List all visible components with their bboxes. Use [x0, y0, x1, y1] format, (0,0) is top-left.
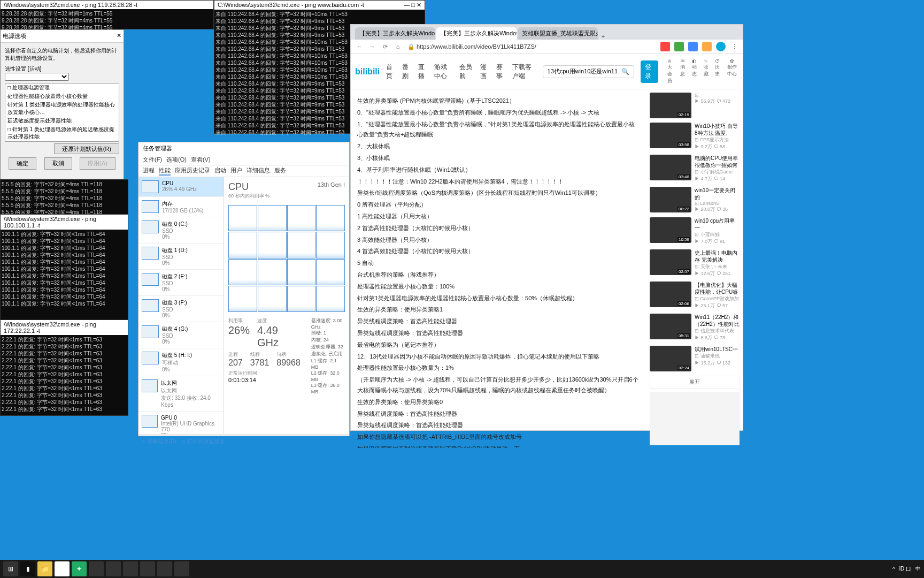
chrome-icon[interactable]: ◉ — [55, 561, 70, 576]
system-tray[interactable]: ^ iD 口 中 — [892, 565, 921, 573]
ext-icon[interactable] — [702, 42, 712, 51]
perf-item[interactable]: 磁盘 4 (G:)SSD 0% — [138, 322, 224, 348]
search-box[interactable]: 🔍 — [543, 65, 634, 78]
nav-game[interactable]: 游戏中心 — [434, 63, 453, 81]
perf-item[interactable]: GPU 0Intel(R) UHD Graphics 770 0% — [138, 412, 224, 434]
app-icon[interactable] — [157, 561, 172, 576]
home-icon[interactable]: ⌂ — [394, 43, 402, 50]
cmd1-title-bar[interactable]: \Windows\system32\cmd.exe - ping 119.28.… — [1, 1, 213, 9]
menu-icon[interactable]: ⋮ — [730, 43, 738, 50]
reload-icon[interactable]: ⟳ — [381, 43, 389, 50]
app-icon[interactable] — [123, 561, 138, 576]
nav-match[interactable]: 赛事 — [496, 63, 506, 81]
search-icon[interactable]: 🔍 — [621, 68, 629, 75]
apply-button[interactable]: 应用(A) — [80, 157, 116, 170]
nav-live[interactable]: 直播 — [418, 63, 428, 81]
app-icon[interactable] — [89, 561, 104, 576]
ext-icon[interactable] — [660, 42, 670, 51]
restore-button[interactable]: 还原计划默认值(R) — [54, 143, 119, 154]
perf-item[interactable]: 磁盘 0 (C:)SSD 0% — [138, 217, 224, 244]
ext-icon[interactable] — [716, 42, 726, 51]
dialog-title-bar[interactable]: 电源选项✕ — [1, 30, 124, 43]
cmd-window-1[interactable]: \Windows\system32\cmd.exe - ping 119.28.… — [0, 0, 214, 29]
rec-item[interactable]: 00:22win10一定要关闭的⊡ Lanson5▶ 20.0万 🗩 36 — [650, 187, 740, 213]
app-icon[interactable] — [106, 561, 121, 576]
menu-file[interactable]: 文件(F) — [143, 156, 162, 164]
cmd-window-4[interactable]: \Windows\system32\cmd.exe - ping 100.100… — [0, 214, 128, 321]
cmd-window-5[interactable]: \Windows\system32\cmd.exe - ping 172.22.… — [0, 320, 128, 416]
rec-item[interactable]: 10:59win10 cpu占用率一⊡ 小蓝白鲸▶ 7.0万 🗩 91 — [650, 217, 740, 245]
fav-icon[interactable]: ☆收藏 — [703, 58, 709, 85]
login-button[interactable]: 登录 — [641, 60, 659, 83]
perf-item[interactable]: 以太网以太网 发送: 32.0 接收: 24.0 Kbps — [138, 376, 224, 412]
taskbar[interactable]: ⊞ ▮ 📁 ◉ ✦ ^ iD 口 中 — [0, 560, 924, 578]
menu-options[interactable]: 选项(O) — [166, 156, 187, 164]
tab-startup[interactable]: 启动 — [214, 166, 226, 176]
fewer-details[interactable]: ⊙ 简略信息(D) — [142, 438, 176, 445]
tab-processes[interactable]: 进程 — [143, 166, 155, 176]
vip-icon[interactable]: ♔大会员 — [665, 58, 674, 85]
open-monitor[interactable]: ⊙ 打开资源监视器 — [182, 438, 225, 445]
plan-select[interactable] — [5, 73, 69, 81]
back-icon[interactable]: ← — [355, 43, 364, 50]
new-tab-button[interactable]: + — [599, 33, 607, 40]
perf-item[interactable]: 内存17/128 GB (13%) — [138, 197, 224, 217]
forward-icon[interactable]: → — [368, 43, 376, 50]
rec-item[interactable]: 02:06【电脑优化】大幅度性能，让CPU睿频⊡ GamePP游戏加加▶ 25.… — [650, 282, 740, 309]
cancel-button[interactable]: 取消 — [44, 157, 72, 170]
window-controls[interactable]: — □ ✕ — [404, 2, 421, 9]
perf-item[interactable]: CPU26% 4.49 GHz — [138, 177, 224, 197]
nav-anime[interactable]: 番剧 — [402, 63, 412, 81]
tab-performance[interactable]: 性能 — [159, 166, 171, 176]
app-icon[interactable] — [174, 561, 189, 576]
tab-users[interactable]: 用户 — [230, 166, 242, 176]
activity-icon[interactable]: ◐动态 — [691, 58, 698, 85]
rec-item[interactable]: 05:31Win11（22H2）和（22H2）性能对比⊡ 信息技术科代表▶ 6.… — [650, 314, 740, 341]
cmd2-title-bar[interactable]: C:\Windows\system32\cmd.exe - ping www.b… — [214, 1, 425, 10]
app-icon[interactable]: ✦ — [72, 561, 87, 576]
perf-item[interactable]: 磁盘 3 (F:)SSD 0% — [138, 296, 224, 322]
taskmgr-title[interactable]: 任务管理器 — [138, 142, 349, 155]
power-options-dialog[interactable]: 电源选项✕ 选择你看自定义的电脑计划，然后选择你用的计算机管理的电源设置。 选性… — [0, 29, 124, 179]
close-icon[interactable]: ✕ — [117, 32, 121, 40]
bilibili-logo[interactable]: bilibili — [355, 67, 380, 77]
tab-history[interactable]: 应用历史记录 — [175, 166, 210, 176]
perf-item[interactable]: 磁盘 1 (D:)SSD 0% — [138, 244, 224, 270]
recommendations: 02:19⊡ ▶ 56.9万 🗩 47203:58Win10小技巧 自导8种方法… — [646, 89, 743, 448]
tab-services[interactable]: 服务 — [274, 166, 286, 176]
tab-0[interactable]: 【完美】三步永久解决Window✕ — [355, 27, 435, 40]
nav-home[interactable]: 首页 — [386, 63, 396, 81]
create-icon[interactable]: ✿创作中心 — [726, 58, 738, 85]
tab-2[interactable]: 英雄联盟直播_英雄联盟无限火✕ — [518, 27, 598, 40]
cmd-icon[interactable]: ▮ — [20, 561, 35, 576]
cmd5-title[interactable]: \Windows\system32\cmd.exe - ping 172.22.… — [1, 320, 128, 335]
address-bar[interactable]: 🔒 https://www.bilibili.com/video/BV1Lk41… — [406, 42, 656, 51]
expand-button[interactable]: 展开 — [650, 376, 740, 389]
tab-1[interactable]: 【完美】三步永久解决Window✕ — [436, 27, 517, 40]
explorer-icon[interactable]: 📁 — [37, 561, 52, 576]
rec-item[interactable]: 02:19⊡ ▶ 56.9万 🗩 472 — [650, 93, 740, 118]
nav-manga[interactable]: 漫画 — [480, 63, 490, 81]
settings-tree[interactable]: □ 处理器电源管理 处理器性能核心放置最小核心数量 针对第 1 类处理器电源效率… — [5, 83, 119, 142]
rec-item[interactable]: 02:24试用win10LTSC一⊡ 油罐米线▶ 15.2万 🗩 132 — [650, 346, 740, 371]
ext-icon[interactable] — [674, 42, 684, 51]
app-icon[interactable] — [140, 561, 155, 576]
rec-item[interactable]: 03:48电脑的CPU使用率很低教你一招如何轻松⊡ 小宇解说Game▶ 4.7万… — [650, 155, 740, 182]
perf-item[interactable]: 磁盘 2 (E:)SSD 0% — [138, 270, 224, 296]
message-icon[interactable]: ✉消息 — [680, 58, 686, 85]
perf-item[interactable]: 磁盘 5 (H: I:)可移动 0% — [138, 348, 224, 376]
search-input[interactable] — [548, 68, 621, 75]
ok-button[interactable]: 确定 — [9, 157, 36, 170]
tab-details[interactable]: 详细信息 — [247, 166, 270, 176]
task-manager[interactable]: 任务管理器 文件(F) 选项(O) 查看(V) 进程 性能 应用历史记录 启动 … — [138, 142, 350, 436]
rec-item[interactable]: 03:58Win10小技巧 自导8种方法 温度、cpu占⊡ FPS显示方法▶ 9… — [650, 123, 740, 150]
nav-download[interactable]: 下载客户端 — [512, 63, 536, 81]
nav-shop[interactable]: 会员购 — [459, 63, 474, 81]
rec-item[interactable]: 02:57史上最强！电脑内存 完美解决Window⊡ 天依 い 未来▶ 12.6… — [650, 249, 740, 277]
history-icon[interactable]: ⏱历史 — [714, 58, 721, 85]
browser-window[interactable]: 【完美】三步永久解决Window✕ 【完美】三步永久解决Window✕ 英雄联盟… — [350, 24, 743, 431]
ext-icon[interactable] — [688, 42, 698, 51]
cmd4-title[interactable]: \Windows\system32\cmd.exe - ping 100.100… — [1, 215, 128, 230]
menu-view[interactable]: 查看(V) — [191, 156, 211, 164]
start-button[interactable]: ⊞ — [3, 561, 18, 576]
